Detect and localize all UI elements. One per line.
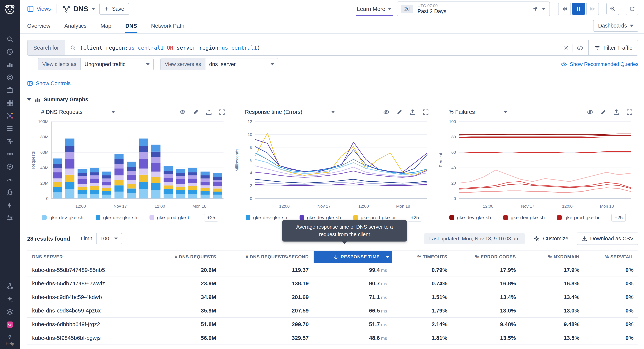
expand-chart-icon[interactable]	[626, 109, 632, 115]
legend-item[interactable]: gke-prod-gke-bi...	[557, 215, 603, 221]
show-recommended-queries-link[interactable]: Show Recommended Queries	[561, 61, 638, 67]
zoom-out-icon	[610, 6, 616, 12]
tab-analytics[interactable]: Analytics	[64, 18, 87, 34]
pin-icon[interactable]	[532, 6, 538, 12]
table-row[interactable]: kube-dns-5f9845b6bf-pgwjs56.9M329.5748.6…	[27, 331, 638, 345]
table-row[interactable]: kube-dns-55db747489-85nb520.6M119.3799.4…	[27, 263, 638, 277]
limit-select[interactable]: 100	[96, 233, 122, 244]
filter-traffic-button[interactable]: Filter Traffic	[588, 40, 638, 55]
cell-errors: 9.48%	[452, 317, 521, 331]
col-header-dns-server[interactable]: DNS SERVER	[27, 251, 152, 263]
help-button[interactable]: ? Help	[6, 334, 14, 346]
sidebar-item-monitoring-icon[interactable]	[4, 73, 15, 82]
sidebar-item-journeys-icon[interactable]	[4, 86, 15, 95]
chart-metric-dropdown-icon[interactable]	[111, 111, 115, 113]
zoom-out-button[interactable]	[606, 3, 619, 15]
sidebar-item-analytics-icon[interactable]	[4, 60, 15, 69]
search-input[interactable]: (client_region:us-central1 OR server_reg…	[65, 40, 588, 55]
sidebar-item-search-icon[interactable]	[4, 35, 15, 44]
legend-more-button[interactable]: +25	[612, 214, 626, 221]
legend-item[interactable]: gke-dev-gke-sh...	[96, 215, 141, 221]
table-row[interactable]: kube-dns-c9d84bc59-4kdwb34.9M201.6971.1m…	[27, 290, 638, 304]
col-header-response-time[interactable]: RESPONSE TIME	[314, 251, 392, 263]
view-title-group[interactable]: DNS	[63, 5, 95, 13]
views-button[interactable]: Views	[27, 6, 51, 12]
view-servers-select[interactable]: dns_server	[205, 58, 278, 70]
tab-network-path[interactable]: Network Path	[151, 18, 184, 34]
legend-item[interactable]: gke-prod-gke-bi...	[150, 215, 196, 221]
sidebar-item-ai-assist-icon[interactable]	[4, 294, 15, 303]
customize-button[interactable]: Customize	[534, 235, 568, 242]
legend-item[interactable]: gke-dev-gke-sh...	[300, 215, 345, 221]
tab-overview[interactable]: Overview	[27, 18, 50, 34]
svg-text:Requests: Requests	[31, 151, 36, 169]
tabs: OverviewAnalyticsMapDNSNetwork Path	[27, 18, 198, 34]
table-row[interactable]: kube-dns-55db747489-7wwfz23.9M138.1990.7…	[27, 277, 638, 290]
clear-search-icon[interactable]	[564, 45, 569, 51]
sidebar-item-topology-icon[interactable]	[4, 282, 15, 291]
hide-series-icon[interactable]	[180, 109, 186, 115]
sidebar-item-performance-icon[interactable]	[4, 175, 15, 184]
refresh-button[interactable]	[626, 3, 638, 15]
download-csv-button[interactable]: Download as CSV	[577, 233, 638, 245]
sidebar-item-automation-icon[interactable]	[4, 201, 15, 209]
legend-item[interactable]: gke-dev-gke-sh...	[450, 215, 495, 221]
sidebar-item-integrations-icon[interactable]	[4, 307, 15, 316]
sidebar-item-library-icon[interactable]	[4, 99, 15, 108]
legend-item[interactable]: gke-dev-gke-sh...	[246, 215, 291, 221]
sidebar-item-settings-icon[interactable]	[4, 213, 15, 222]
code-view-icon[interactable]	[577, 45, 583, 51]
chart-metric-dropdown-icon[interactable]	[331, 111, 335, 113]
sidebar-item-connections-icon[interactable]	[4, 149, 15, 158]
sidebar-item-packages-icon[interactable]	[4, 162, 15, 171]
col-header--error-codes[interactable]: % ERROR CODES	[452, 251, 521, 263]
tab-dns[interactable]: DNS	[125, 18, 137, 34]
sidebar-item-history-icon[interactable]	[4, 47, 15, 56]
export-chart-icon[interactable]	[410, 109, 416, 115]
view-clients-select[interactable]: Ungrouped traffic	[80, 58, 154, 70]
legend-more-button[interactable]: +25	[408, 214, 422, 221]
time-range-picker[interactable]: 2d UTC-07:00 Past 2 Days	[397, 2, 550, 16]
summary-graphs-header[interactable]: Summary Graphs	[27, 96, 638, 103]
export-chart-icon[interactable]	[613, 109, 620, 115]
legend-label: gke-dev-gke-sh...	[457, 215, 495, 221]
export-chart-icon[interactable]	[206, 109, 212, 115]
legend-item[interactable]: gke-dev-gke-sh...	[503, 215, 549, 221]
legend-item[interactable]: gke-dev-gke-sh...	[42, 215, 88, 221]
step-forward-button[interactable]	[586, 3, 599, 15]
step-back-button[interactable]	[558, 3, 571, 15]
sidebar-nav-top	[4, 35, 15, 222]
expand-chart-icon[interactable]	[423, 109, 429, 115]
chart-metric-dropdown-icon[interactable]	[504, 111, 508, 113]
save-button[interactable]: Save	[99, 3, 129, 15]
col-header--servfail[interactable]: % SERVFAIL	[584, 251, 638, 263]
chevron-down-icon[interactable]	[542, 8, 546, 10]
legend-item[interactable]: gke-prod-gke-bi...	[353, 215, 399, 221]
hide-series-icon[interactable]	[383, 109, 389, 115]
sidebar-item-lists-icon[interactable]	[4, 124, 15, 133]
legend-more-button[interactable]: +25	[204, 214, 218, 221]
table-row[interactable]: kube-dns-6dbbbb649f-jrgz251.8M299.7051.7…	[27, 317, 638, 331]
sidebar-item-network-explorer-icon[interactable]	[4, 111, 15, 120]
pause-button[interactable]	[572, 3, 585, 15]
edit-chart-icon[interactable]	[396, 109, 403, 115]
edit-chart-icon[interactable]	[193, 109, 199, 115]
sidebar-item-debug-icon[interactable]	[4, 188, 15, 197]
table-row[interactable]: kube-dns-c9d84bc59-4pz6x35.9M207.5966.5m…	[27, 304, 638, 317]
col-header--dns-requests-second[interactable]: # DNS REQUESTS/SECOND	[221, 251, 314, 263]
tab-map[interactable]: Map	[100, 18, 111, 34]
chevron-down-icon	[114, 237, 118, 240]
col-header--dns-requests[interactable]: # DNS REQUESTS	[152, 251, 221, 263]
expand-chart-icon[interactable]	[219, 109, 225, 115]
learn-more-dropdown[interactable]: Learn More	[356, 2, 393, 16]
sidebar-item-user-avatar-icon[interactable]	[4, 320, 15, 329]
col-header--timeouts[interactable]: % TIMEOUTS	[392, 251, 452, 263]
dashboards-button[interactable]: Dashboards	[593, 20, 638, 32]
column-menu-button[interactable]	[383, 251, 392, 263]
sidebar-item-flows-icon[interactable]	[4, 137, 15, 146]
hide-series-icon[interactable]	[587, 109, 593, 115]
edit-chart-icon[interactable]	[600, 109, 606, 115]
col-header--nxdomain[interactable]: % NXDOMAIN	[521, 251, 584, 263]
show-controls-link[interactable]: Show Controls	[27, 80, 638, 87]
kentik-logo[interactable]	[0, 0, 20, 19]
